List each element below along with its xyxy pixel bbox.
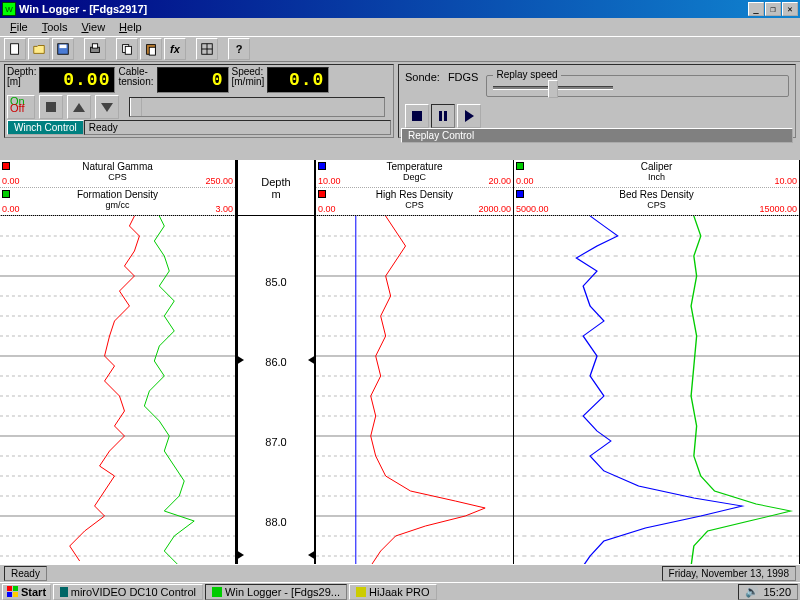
replay-panel: Sonde: FDGS Replay speed Replay Control — [398, 64, 796, 138]
grid-button[interactable] — [196, 38, 218, 60]
depth-tick: 87.0 — [238, 436, 314, 448]
tension-readout: 0 — [157, 67, 229, 93]
log-track-2[interactable]: Temperature DegC 10.00 20.00 High Res De… — [316, 160, 514, 564]
taskbar-item[interactable]: miroVIDEO DC10 Control — [53, 584, 203, 600]
status-ready-cell: Ready — [4, 566, 47, 581]
depth-header-unit: m — [271, 188, 280, 200]
curve-name: Formation Density — [0, 189, 235, 200]
curve-max: 3.00 — [215, 204, 233, 214]
toolbar: fx ? — [0, 36, 800, 62]
curve-unit: gm/cc — [0, 200, 235, 210]
svg-rect-0 — [11, 44, 19, 55]
start-button[interactable]: Start — [2, 584, 51, 600]
curve-unit: DegC — [316, 172, 513, 182]
log-track-1[interactable]: Natural Gamma CPS 0.00 250.00 Formation … — [0, 160, 236, 564]
log-track-3[interactable]: Caliper Inch 0.00 10.00 Bed Res Density … — [514, 160, 800, 564]
menu-tools[interactable]: Tools — [36, 20, 74, 34]
curve-min: 0.00 — [2, 176, 20, 186]
fx-button[interactable]: fx — [164, 38, 186, 60]
curve-name: Caliper — [514, 161, 799, 172]
system-tray[interactable]: 🔊 15:20 — [738, 584, 798, 600]
replay-pause-button[interactable] — [431, 104, 455, 128]
paste-button[interactable] — [140, 38, 162, 60]
depth-track: Depth m 85.0 86.0 87.0 88.0 — [236, 160, 316, 564]
curve-unit: Inch — [514, 172, 799, 182]
depth-tick: 88.0 — [238, 516, 314, 528]
svg-rect-6 — [125, 46, 131, 54]
maximize-button[interactable]: ❐ — [765, 2, 781, 16]
replay-control-tab[interactable]: Replay Control — [401, 128, 793, 143]
curve-max: 250.00 — [205, 176, 233, 186]
taskbar-clock: 15:20 — [763, 586, 791, 598]
menu-help[interactable]: Help — [113, 20, 148, 34]
curve-name: Natural Gamma — [0, 161, 235, 172]
winch-up-button[interactable] — [67, 95, 91, 119]
track-3-curves — [514, 216, 799, 564]
curve-min: 5000.00 — [516, 204, 549, 214]
depth-tick: 85.0 — [238, 276, 314, 288]
speed-readout: 0.0 — [267, 67, 329, 93]
depth-marker-icon — [236, 550, 244, 560]
curve-unit: CPS — [0, 172, 235, 182]
status-bar: Ready Friday, November 13, 1998 — [0, 564, 800, 582]
replay-play-button[interactable] — [457, 104, 481, 128]
title-bar: W Win Logger - [Fdgs2917] _ ❐ ✕ — [0, 0, 800, 18]
curve-max: 20.00 — [488, 176, 511, 186]
copy-button[interactable] — [116, 38, 138, 60]
menu-bar: File Tools View Help — [0, 18, 800, 36]
replay-speed-slider[interactable] — [493, 86, 613, 90]
minimize-button[interactable]: _ — [748, 2, 764, 16]
open-button[interactable] — [28, 38, 50, 60]
track-2-curves — [316, 216, 513, 564]
svg-rect-65 — [13, 586, 18, 591]
winch-down-button[interactable] — [95, 95, 119, 119]
onoff-button[interactable]: OnOff — [7, 95, 35, 119]
taskbar: Start miroVIDEO DC10 Control Win Logger … — [0, 582, 800, 600]
new-button[interactable] — [4, 38, 26, 60]
depth-header-label: Depth — [261, 176, 290, 188]
menu-view[interactable]: View — [75, 20, 111, 34]
window-title: Win Logger - [Fdgs2917] — [19, 3, 747, 15]
sonde-label: Sonde: — [405, 71, 440, 83]
app-icon: W — [2, 2, 16, 16]
svg-rect-67 — [13, 592, 18, 597]
curve-name: Bed Res Density — [514, 189, 799, 200]
speed-unit: [m/min] — [232, 77, 265, 87]
help-button[interactable]: ? — [228, 38, 250, 60]
winch-status: Ready — [84, 120, 391, 135]
depth-marker-icon — [308, 355, 316, 365]
taskbar-item[interactable]: Win Logger - [Fdgs29... — [205, 584, 347, 600]
taskbar-item[interactable]: HiJaak PRO — [349, 584, 437, 600]
tension-unit: tension: — [118, 77, 153, 87]
curve-name: Temperature — [316, 161, 513, 172]
svg-rect-2 — [60, 45, 67, 49]
replay-speed-fieldset: Replay speed — [486, 75, 789, 97]
chart-area: Natural Gamma CPS 0.00 250.00 Formation … — [0, 160, 800, 564]
close-button[interactable]: ✕ — [782, 2, 798, 16]
winch-speed-slider[interactable] — [123, 97, 391, 117]
curve-min: 0.00 — [2, 204, 20, 214]
replay-speed-legend: Replay speed — [493, 69, 560, 80]
save-button[interactable] — [52, 38, 74, 60]
winch-stop-button[interactable] — [39, 95, 63, 119]
speaker-icon: 🔊 — [745, 585, 759, 598]
svg-rect-66 — [7, 592, 12, 597]
depth-marker-icon — [236, 355, 244, 365]
sonde-value: FDGS — [448, 71, 479, 83]
print-button[interactable] — [84, 38, 106, 60]
curve-max: 10.00 — [774, 176, 797, 186]
depth-marker-icon — [308, 550, 316, 560]
curve-max: 2000.00 — [478, 204, 511, 214]
curve-name: High Res Density — [316, 189, 513, 200]
svg-rect-8 — [149, 47, 155, 55]
depth-unit: [m] — [7, 77, 21, 87]
winch-control-tab[interactable]: Winch Control — [7, 120, 84, 135]
curve-max: 15000.00 — [759, 204, 797, 214]
control-panel-row: Depth: [m] 0.00 Cable- tension: 0 Speed:… — [0, 62, 800, 140]
replay-stop-button[interactable] — [405, 104, 429, 128]
status-date-cell: Friday, November 13, 1998 — [662, 566, 796, 581]
curve-min: 0.00 — [516, 176, 534, 186]
svg-rect-64 — [7, 586, 12, 591]
svg-rect-4 — [92, 44, 97, 48]
menu-file[interactable]: File — [4, 20, 34, 34]
